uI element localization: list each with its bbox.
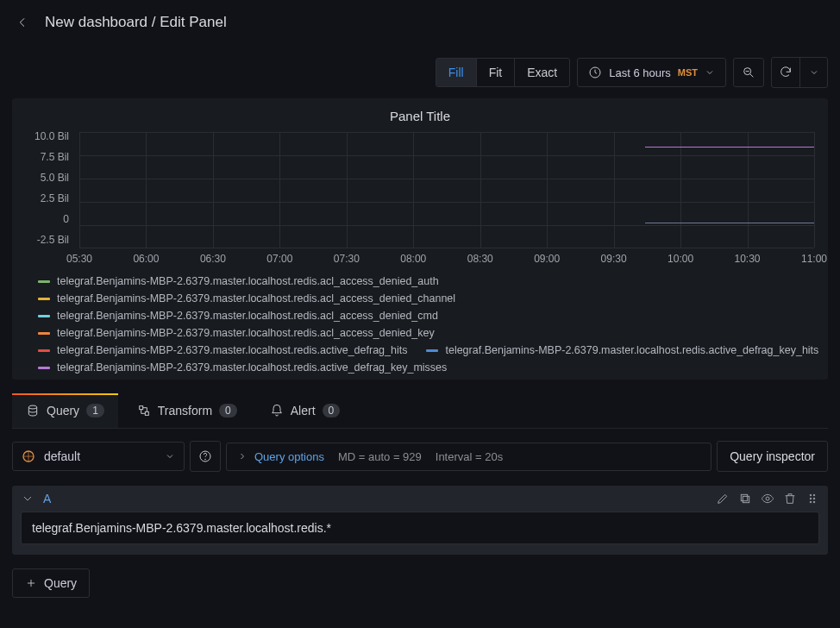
transform-icon — [137, 404, 151, 418]
refresh-interval-button[interactable] — [799, 58, 827, 87]
panel-title: Panel Title — [21, 107, 819, 129]
plot-area — [79, 132, 814, 248]
query-options-toggle[interactable]: Query options — [237, 450, 324, 463]
x-tick-label: 08:30 — [467, 253, 493, 265]
svg-point-14 — [813, 498, 815, 499]
legend-item[interactable]: telegraf.Benjamins-MBP-2.6379.master.loc… — [38, 275, 439, 287]
panel-viz: Panel Title 10.0 Bil7.5 Bil5.0 Bil2.5 Bi… — [12, 98, 828, 380]
x-tick-label: 09:30 — [601, 253, 627, 265]
datasource-help-button[interactable] — [190, 441, 221, 472]
tab-transform[interactable]: Transform 0 — [123, 393, 251, 428]
tab-query[interactable]: Query 1 — [12, 393, 118, 428]
query-options-label: Query options — [254, 450, 324, 463]
legend-swatch — [426, 349, 438, 352]
y-tick-label: 7.5 Bil — [26, 151, 69, 163]
query-inspector-button[interactable]: Query inspector — [717, 441, 828, 472]
datasource-name: default — [44, 449, 80, 463]
view-mode-group: Fill Fit Exact — [436, 58, 570, 87]
chevron-down-icon — [165, 451, 175, 462]
legend-label: telegraf.Benjamins-MBP-2.6379.master.loc… — [57, 344, 407, 356]
query-options-interval: Interval = 20s — [436, 450, 503, 463]
svg-point-15 — [810, 501, 812, 503]
legend-label: telegraf.Benjamins-MBP-2.6379.master.loc… — [57, 275, 439, 287]
y-tick-label: 2.5 Bil — [26, 192, 69, 204]
refresh-button[interactable] — [772, 58, 799, 87]
chevron-right-icon — [237, 451, 248, 462]
tab-alert[interactable]: Alert 0 — [256, 393, 354, 428]
x-axis-labels: 05:3006:0006:3007:0007:3008:0008:3009:00… — [79, 251, 814, 268]
y-tick-label: 5.0 Bil — [26, 172, 69, 184]
series-line — [645, 147, 814, 148]
svg-rect-8 — [743, 496, 749, 502]
trash-icon[interactable] — [783, 492, 797, 506]
zoom-out-icon — [742, 66, 755, 79]
question-icon — [198, 449, 212, 463]
add-query-button[interactable]: Query — [12, 568, 90, 598]
y-tick-label: 10.0 Bil — [26, 130, 69, 142]
tab-query-label: Query — [47, 404, 79, 418]
edit-icon[interactable] — [716, 492, 730, 506]
database-icon — [26, 404, 40, 418]
x-tick-label: 11:00 — [801, 253, 827, 265]
svg-point-16 — [813, 501, 815, 503]
y-tick-label: -2.5 Bil — [26, 234, 69, 246]
legend-swatch — [38, 298, 50, 300]
view-fit-button[interactable]: Fit — [477, 59, 516, 86]
svg-rect-9 — [741, 494, 747, 500]
refresh-icon — [779, 66, 793, 79]
legend-item[interactable]: telegraf.Benjamins-MBP-2.6379.master.loc… — [38, 344, 407, 356]
clock-icon — [588, 66, 602, 79]
svg-point-11 — [810, 494, 812, 496]
legend-item[interactable]: telegraf.Benjamins-MBP-2.6379.master.loc… — [38, 361, 447, 374]
svg-point-7 — [205, 459, 206, 460]
time-zone-badge: MST — [678, 67, 698, 78]
add-query-label: Query — [44, 576, 77, 590]
query-options-md: MD = auto = 929 — [338, 450, 422, 463]
datasource-select[interactable]: default — [12, 442, 185, 471]
svg-rect-3 — [139, 406, 142, 410]
chart[interactable]: 10.0 Bil7.5 Bil5.0 Bil2.5 Bil0-2.5 Bil 0… — [26, 129, 819, 268]
tab-transform-count: 0 — [219, 404, 237, 418]
collapse-icon[interactable] — [21, 492, 34, 506]
time-range-picker[interactable]: Last 6 hours MST — [577, 58, 726, 87]
query-options-bar: Query options MD = auto = 929 Interval =… — [226, 443, 711, 471]
query-tabs: Query 1 Transform 0 Alert 0 — [12, 393, 828, 429]
x-tick-label: 10:30 — [735, 253, 761, 265]
legend-item[interactable]: telegraf.Benjamins-MBP-2.6379.master.loc… — [426, 344, 818, 356]
legend-label: telegraf.Benjamins-MBP-2.6379.master.loc… — [57, 292, 455, 305]
legend-swatch — [38, 367, 50, 369]
bell-icon — [270, 404, 284, 418]
legend-label: telegraf.Benjamins-MBP-2.6379.master.loc… — [57, 310, 438, 322]
series-line — [645, 223, 814, 223]
legend: telegraf.Benjamins-MBP-2.6379.master.loc… — [21, 275, 819, 374]
tab-alert-label: Alert — [291, 404, 316, 418]
legend-item[interactable]: telegraf.Benjamins-MBP-2.6379.master.loc… — [38, 310, 438, 322]
svg-point-12 — [813, 494, 815, 496]
chevron-down-icon — [705, 67, 715, 78]
svg-rect-4 — [145, 411, 148, 415]
eye-icon[interactable] — [761, 492, 774, 506]
svg-point-2 — [28, 405, 36, 409]
legend-item[interactable]: telegraf.Benjamins-MBP-2.6379.master.loc… — [38, 327, 435, 339]
legend-label: telegraf.Benjamins-MBP-2.6379.master.loc… — [57, 327, 435, 339]
legend-swatch — [38, 332, 50, 335]
view-exact-button[interactable]: Exact — [515, 59, 569, 86]
query-expression-input[interactable] — [21, 512, 819, 544]
query-ref-id[interactable]: A — [43, 492, 51, 506]
legend-swatch — [38, 315, 50, 317]
svg-point-13 — [810, 498, 812, 499]
time-range-label: Last 6 hours — [609, 66, 671, 79]
view-fill-button[interactable]: Fill — [436, 59, 477, 86]
chevron-down-icon — [809, 67, 819, 78]
breadcrumb: New dashboard / Edit Panel — [45, 14, 227, 31]
tab-alert-count: 0 — [323, 404, 341, 418]
x-tick-label: 08:00 — [400, 253, 426, 265]
legend-label: telegraf.Benjamins-MBP-2.6379.master.loc… — [445, 344, 818, 356]
duplicate-icon[interactable] — [738, 492, 752, 506]
back-arrow-icon[interactable] — [16, 16, 29, 29]
x-tick-label: 06:30 — [200, 253, 226, 265]
legend-item[interactable]: telegraf.Benjamins-MBP-2.6379.master.loc… — [38, 292, 455, 305]
drag-handle-icon[interactable] — [806, 492, 819, 506]
x-tick-label: 09:00 — [534, 253, 560, 265]
zoom-out-button[interactable] — [733, 58, 764, 87]
